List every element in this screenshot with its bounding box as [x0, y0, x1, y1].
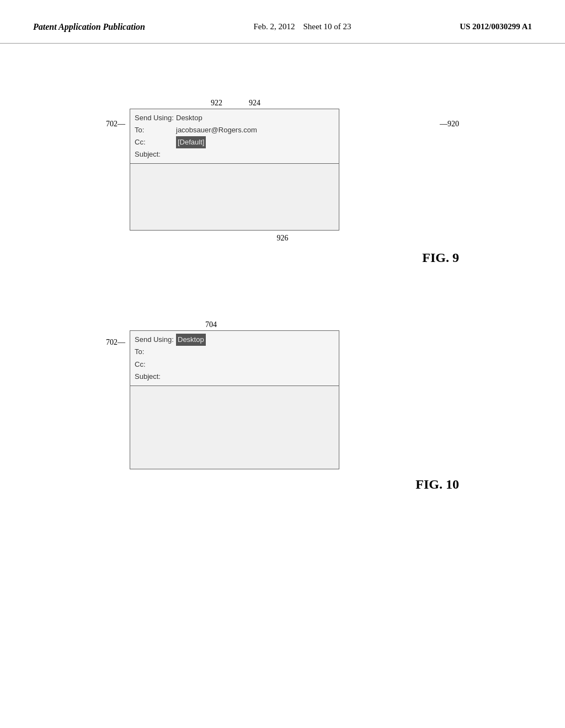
fig10-to-label: To: [135, 346, 176, 358]
fig9-email-box: Send Using: Desktop To: jacobsauer@Roger… [130, 109, 339, 231]
fig10-email-body [130, 386, 339, 469]
ref-704-label: 704 [205, 320, 217, 329]
fig10-email-box: Send Using: Desktop To: Cc: Subject: [130, 330, 339, 469]
fig10-wrapper: 704 702— Send Using: Desktop [106, 320, 459, 491]
fig10-send-using-row: Send Using: Desktop [135, 334, 334, 346]
fig10-email-container: Send Using: Desktop To: Cc: Subject: [130, 330, 459, 469]
fig10-cc-row: Cc: [135, 358, 334, 371]
fig9-email-container: Send Using: Desktop To: jacobsauer@Roger… [130, 109, 435, 243]
fig9-cc-row: Cc: [Default] [135, 136, 334, 148]
fig9-label: FIG. 9 [106, 250, 459, 265]
fig10-subject-row: Subject: [135, 371, 334, 383]
fig10-send-using-value: Desktop [176, 334, 206, 346]
fig10-ref-numbers-row: 704 [205, 320, 459, 329]
fig10-email-header: Send Using: Desktop To: Cc: Subject: [130, 331, 339, 386]
page-header: Patent Application Publication Feb. 2, 2… [0, 0, 565, 44]
sheet-info: Sheet 10 of 23 [303, 22, 351, 31]
figure-9-section: 922 924 702— Send Using: Desktop [33, 99, 532, 265]
fig9-to-row: To: jacobsauer@Rogers.com [135, 124, 334, 136]
fig9-cc-value: [Default] [176, 136, 206, 148]
section-spacer [33, 282, 532, 309]
ref-920-fig9: —920 [440, 120, 459, 129]
publication-date: Feb. 2, 2012 [254, 22, 295, 31]
fig9-send-using-label: Send Using: [135, 112, 176, 124]
fig9-to-label: To: [135, 124, 176, 136]
fig9-to-value: jacobsauer@Rogers.com [176, 124, 257, 136]
ref-922-label: 922 [211, 99, 222, 108]
fig9-diagram: 702— Send Using: Desktop To: [106, 109, 459, 243]
ref-702-fig10: 702— [106, 338, 125, 347]
fig10-diagram: 702— Send Using: Desktop To: [106, 330, 459, 469]
ref-924-label: 924 [249, 99, 260, 108]
fig9-send-using-value: Desktop [176, 112, 202, 124]
fig9-ref-numbers-row: 922 924 [205, 99, 459, 108]
fig10-send-using-label: Send Using: [135, 334, 176, 346]
publication-date-sheet: Feb. 2, 2012 Sheet 10 of 23 [254, 22, 351, 31]
fig9-email-body [130, 164, 339, 230]
fig9-subject-label: Subject: [135, 148, 176, 160]
ref-702-fig9: 702— [106, 120, 125, 129]
fig9-cc-label: Cc: [135, 136, 176, 148]
page-content: 922 924 702— Send Using: Desktop [0, 44, 565, 520]
publication-title: Patent Application Publication [33, 22, 145, 32]
patent-number: US 2012/0030299 A1 [460, 22, 532, 31]
figure-10-section: 704 702— Send Using: Desktop [33, 320, 532, 491]
fig9-email-header: Send Using: Desktop To: jacobsauer@Roger… [130, 109, 339, 164]
fig9-wrapper: 922 924 702— Send Using: Desktop [106, 99, 459, 265]
fig9-send-using-row: Send Using: Desktop [135, 112, 334, 124]
fig10-cc-label: Cc: [135, 358, 176, 371]
fig10-to-row: To: [135, 346, 334, 358]
fig10-label: FIG. 10 [106, 477, 459, 492]
fig9-subject-row: Subject: [135, 148, 334, 160]
fig10-subject-label: Subject: [135, 371, 176, 383]
ref-926-label: 926 [130, 234, 435, 243]
